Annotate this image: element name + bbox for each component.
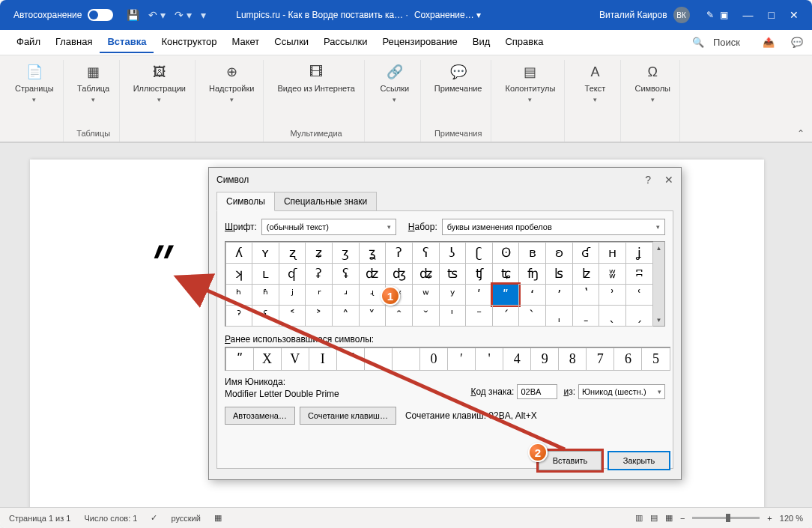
- print-layout-icon[interactable]: ▤: [650, 513, 658, 523]
- symbol-cell[interactable]: ʸ: [439, 284, 467, 306]
- symbol-cell[interactable]: ʤ: [385, 263, 413, 285]
- language-indicator[interactable]: русский: [171, 514, 200, 523]
- ribbon-символы[interactable]: ΩСимволы▾: [630, 60, 675, 106]
- subset-select[interactable]: буквы изменения пробелов▾: [442, 219, 665, 235]
- symbol-cell[interactable]: ʘ: [492, 242, 520, 264]
- recent-symbol-cell[interactable]: V: [281, 348, 309, 371]
- shortcut-key-button[interactable]: Сочетание клавиш…: [300, 407, 396, 425]
- symbol-cell[interactable]: ʙ: [518, 242, 546, 264]
- zoom-slider[interactable]: [692, 517, 760, 519]
- ribbon-иллюстрации[interactable]: 🖼Иллюстрации▾: [129, 60, 190, 106]
- symbol-cell[interactable]: ʗ: [465, 242, 493, 264]
- menu-tab-рассылки[interactable]: Рассылки: [316, 31, 375, 53]
- ribbon-колонтитулы[interactable]: ▤Колонтитулы▾: [500, 60, 560, 106]
- symbol-cell[interactable]: ʷ: [412, 284, 440, 306]
- symbol-cell[interactable]: ˉ: [465, 305, 493, 327]
- word-count[interactable]: Число слов: 1: [84, 514, 137, 523]
- symbol-cell[interactable]: ʖ: [439, 242, 467, 264]
- symbol-cell[interactable]: ʰ: [225, 284, 253, 306]
- menu-tab-вставка[interactable]: Вставка: [100, 31, 154, 53]
- symbol-cell[interactable]: ʝ: [625, 242, 653, 264]
- symbol-cell[interactable]: ʿ: [625, 284, 653, 306]
- dialog-close-icon[interactable]: ✕: [664, 174, 673, 186]
- minimize-icon[interactable]: —: [743, 9, 754, 21]
- share-icon[interactable]: 📤: [763, 37, 775, 48]
- ribbon-надстройки[interactable]: ⊕Надстройки▾: [204, 60, 258, 106]
- ribbon-display-icon[interactable]: ▣: [720, 10, 728, 20]
- close-icon[interactable]: ✕: [790, 9, 799, 21]
- search-icon[interactable]: 🔍: [692, 37, 704, 48]
- symbol-cell[interactable]: ʻ: [518, 284, 546, 306]
- symbol-cell[interactable]: ˀ: [225, 305, 253, 327]
- symbol-cell[interactable]: ˄: [332, 305, 360, 327]
- menu-tab-рецензирование[interactable]: Рецензирование: [375, 31, 464, 53]
- collapse-ribbon-icon[interactable]: ⌃: [797, 128, 805, 139]
- recent-symbol-cell[interactable]: 5: [641, 348, 670, 371]
- autocorrect-button[interactable]: Автозамена…: [225, 407, 295, 425]
- ribbon-примечание[interactable]: 💬Примечание: [430, 60, 487, 96]
- symbol-cell[interactable]: ʬ: [599, 263, 626, 285]
- symbol-cell[interactable]: ʩ: [518, 263, 546, 285]
- page-indicator[interactable]: Страница 1 из 1: [9, 514, 70, 523]
- tab-symbols[interactable]: Символы: [216, 192, 275, 211]
- recent-symbol-cell[interactable]: 7: [586, 348, 614, 371]
- symbol-cell[interactable]: ʔ: [385, 242, 413, 264]
- symbol-cell[interactable]: ˂: [279, 305, 306, 327]
- ribbon-видео-из-интернета[interactable]: 🎞Видео из Интернета: [273, 60, 359, 96]
- recent-symbol-cell[interactable]: Х: [253, 348, 282, 371]
- symbol-cell[interactable]: ʪ: [545, 263, 573, 285]
- symbol-cell[interactable]: ʧ: [465, 263, 493, 285]
- symbol-cell[interactable]: ˋ: [518, 305, 546, 327]
- grid-scrollbar[interactable]: ▲ ▼: [653, 241, 665, 327]
- symbol-cell[interactable]: ʴ: [332, 284, 360, 306]
- symbol-cell[interactable]: ʱ: [252, 284, 279, 306]
- symbol-cell[interactable]: ˌ: [545, 305, 573, 327]
- recent-symbol-cell[interactable]: ': [475, 348, 503, 371]
- symbol-cell[interactable]: ʹ: [465, 284, 493, 306]
- spellcheck-icon[interactable]: ✓: [151, 513, 157, 523]
- recent-symbol-cell[interactable]: [392, 348, 420, 371]
- draw-icon[interactable]: ✎: [706, 10, 714, 20]
- close-button[interactable]: Закрыть: [608, 451, 670, 470]
- search-label[interactable]: Поиск: [713, 37, 740, 48]
- symbol-cell[interactable]: ˈ: [439, 305, 467, 327]
- help-icon[interactable]: ?: [645, 174, 651, 186]
- symbol-cell[interactable]: ˏ: [625, 305, 653, 327]
- zoom-in-icon[interactable]: +: [767, 514, 772, 523]
- recent-symbol-cell[interactable]: 4: [503, 348, 531, 371]
- symbol-cell[interactable]: ʢ: [332, 263, 360, 285]
- undo-icon[interactable]: ↶ ▾: [148, 9, 166, 21]
- symbol-cell[interactable]: ʳ: [305, 284, 333, 306]
- symbol-cell[interactable]: ʭ: [625, 263, 653, 285]
- symbol-grid[interactable]: ʎʏʐʑʒʓʔʕʖʗʘʙʚʛʜʝʞʟʠʡʢʣʤʥʦʧʨʩʪʫʬʭʰʱʲʳʴʵʶʷ…: [225, 241, 653, 327]
- symbol-cell[interactable]: ˍ: [572, 305, 600, 327]
- symbol-cell[interactable]: ʽ: [572, 284, 600, 306]
- menu-tab-конструктор[interactable]: Конструктор: [154, 31, 224, 53]
- recent-symbol-cell[interactable]: ʺ: [225, 348, 254, 371]
- symbol-cell[interactable]: ʥ: [412, 263, 440, 285]
- macro-icon[interactable]: ▦: [214, 513, 222, 523]
- recent-symbol-cell[interactable]: 6: [613, 348, 642, 371]
- menu-tab-файл[interactable]: Файл: [9, 31, 48, 53]
- recent-symbol-cell[interactable]: ′: [447, 348, 476, 371]
- recent-symbol-cell[interactable]: 8: [558, 348, 587, 371]
- ribbon-ссылки[interactable]: 🔗Ссылки▾: [374, 60, 416, 106]
- insert-button[interactable]: Вставить: [539, 451, 602, 470]
- autosave-toggle[interactable]: [88, 9, 113, 21]
- symbol-cell[interactable]: ʠ: [279, 263, 306, 285]
- scroll-up-icon[interactable]: ▲: [653, 242, 664, 254]
- symbol-cell[interactable]: ʚ: [545, 242, 573, 264]
- symbol-cell[interactable]: ʺ: [492, 284, 520, 306]
- symbol-cell[interactable]: ʫ: [572, 263, 600, 285]
- symbol-cell[interactable]: ˊ: [492, 305, 520, 327]
- menu-tab-главная[interactable]: Главная: [48, 31, 100, 53]
- web-layout-icon[interactable]: ▦: [665, 513, 673, 523]
- code-input[interactable]: 02BA: [517, 384, 557, 399]
- saving-status[interactable]: Сохранение… ▾: [414, 10, 481, 20]
- symbol-cell[interactable]: ˎ: [599, 305, 626, 327]
- font-select[interactable]: (обычный текст)▾: [261, 219, 396, 235]
- avatar[interactable]: ВК: [673, 7, 690, 23]
- symbol-cell[interactable]: ˃: [305, 305, 333, 327]
- symbol-cell[interactable]: ʑ: [305, 242, 333, 264]
- recent-symbol-cell[interactable]: [364, 348, 393, 371]
